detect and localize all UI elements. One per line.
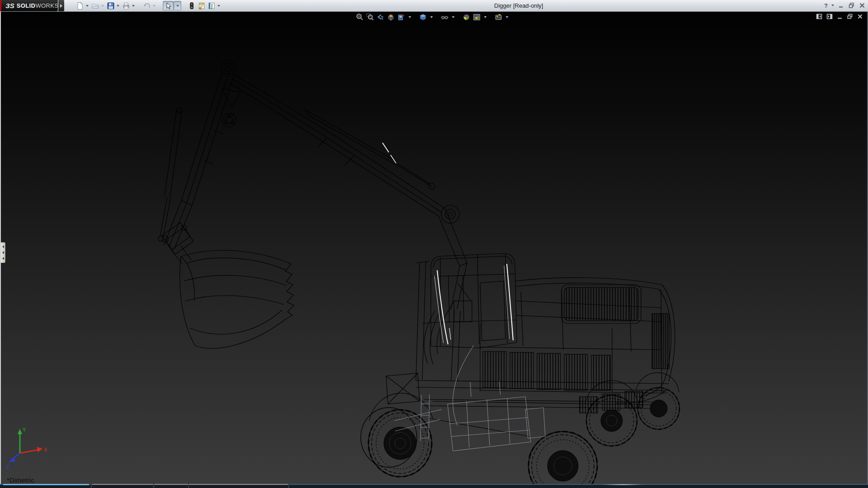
solidworks-logo: ЗS SOLIDWORKS [0, 0, 58, 11]
save-icon [107, 2, 115, 10]
triad-x-label: X [44, 447, 47, 452]
doc-close-button[interactable] [857, 14, 863, 19]
app-close-button[interactable] [859, 2, 866, 9]
open-document-button[interactable] [90, 1, 100, 10]
print-dropdown[interactable] [132, 5, 135, 7]
taskbar-separator [188, 484, 189, 488]
taskbar-separator [153, 484, 154, 488]
print-icon [122, 2, 130, 10]
triad-z-label: Z [6, 464, 9, 469]
previous-view-button[interactable] [376, 13, 385, 22]
file-properties-icon [198, 2, 206, 10]
display-style-icon [419, 13, 427, 21]
view-orientation-dropdown[interactable] [409, 16, 411, 18]
options-dropdown[interactable] [217, 5, 220, 7]
display-style-button[interactable] [419, 13, 428, 22]
standard-toolbar [75, 0, 222, 11]
display-style-dropdown[interactable] [430, 16, 433, 18]
restore-icon [847, 14, 853, 19]
hide-show-items-icon [441, 13, 449, 21]
app-restore-button[interactable] [848, 2, 855, 9]
view-orientation-button[interactable] [397, 13, 406, 22]
options-icon [208, 2, 216, 10]
view-orientation-icon [397, 13, 406, 21]
chevron-left-icon [2, 257, 4, 260]
undo-button[interactable] [142, 1, 152, 10]
apply-scene-icon [473, 13, 481, 21]
view-settings-dropdown[interactable] [506, 16, 509, 18]
print-button[interactable] [121, 1, 131, 10]
brand-text-solid: SOLID [17, 2, 36, 9]
chevron-right-icon [60, 4, 62, 8]
solidworks-app: { "app": { "brand_mark": "ЗS", "brand_bo… [0, 0, 868, 488]
undo-dropdown[interactable] [153, 5, 156, 7]
stoplight-icon [188, 2, 196, 10]
section-view-icon [387, 13, 395, 21]
taskbar-strip[interactable] [0, 484, 868, 488]
close-icon [859, 2, 865, 9]
chevron-left-icon [2, 251, 4, 254]
view-orientation-label: *Dimetric [7, 476, 34, 484]
new-document-icon [76, 2, 84, 10]
brand-text-works: WORKS [35, 2, 58, 9]
help-button[interactable]: ? [824, 2, 828, 9]
open-document-dropdown[interactable] [101, 5, 104, 7]
app-window-controls: ? [824, 1, 866, 10]
close-icon [857, 14, 863, 19]
feature-manager-collapsed-tab[interactable] [1, 242, 5, 263]
new-document-dropdown[interactable] [86, 5, 89, 7]
minimize-icon [838, 2, 844, 9]
graphics-area[interactable]: Y X Z *Dimetric [0, 12, 868, 484]
save-dropdown[interactable] [117, 5, 119, 7]
triad-y-label: Y [23, 427, 26, 432]
taskbar-mid-segment[interactable] [92, 484, 288, 485]
section-view-button[interactable] [387, 13, 396, 22]
chevron-left-icon [2, 245, 4, 248]
zoom-to-area-button[interactable] [366, 13, 375, 22]
options-button[interactable] [207, 1, 217, 10]
select-tool-button[interactable] [163, 1, 174, 10]
collapse-pane-left-button[interactable] [816, 14, 822, 19]
save-button[interactable] [106, 1, 116, 10]
solidworks-logo-mark: ЗS [5, 2, 14, 9]
previous-view-icon [377, 13, 385, 21]
app-minimize-button[interactable] [837, 2, 844, 9]
help-dropdown[interactable] [831, 5, 834, 6]
taskbar-active-segment[interactable] [3, 484, 89, 485]
excavator-wireframe [1, 12, 867, 484]
menu-expand-arrow[interactable] [58, 0, 64, 11]
app-titlebar: ЗS SOLIDWORKS [0, 0, 868, 12]
view-settings-icon [495, 13, 503, 21]
zoom-to-fit-icon [356, 13, 364, 21]
reference-triad: Y X Z [5, 425, 50, 470]
pane-left-icon [816, 14, 822, 19]
window-title: Digger [Read-only] [494, 2, 543, 9]
view-settings-button[interactable] [494, 13, 503, 22]
collapse-pane-right-button[interactable] [826, 14, 833, 19]
apply-scene-button[interactable] [472, 13, 481, 22]
doc-minimize-button[interactable] [837, 14, 843, 19]
document-window-controls [816, 14, 863, 19]
select-cursor-icon [164, 2, 172, 10]
undo-icon [143, 2, 151, 10]
open-document-icon [91, 2, 99, 10]
minimize-icon [837, 14, 843, 19]
restore-icon [848, 2, 855, 9]
edit-appearance-icon [462, 13, 471, 21]
taskbar-separator [91, 484, 92, 488]
headsup-view-toolbar [355, 13, 510, 22]
hide-show-items-dropdown[interactable] [452, 16, 455, 18]
taskbar-separator [288, 484, 289, 488]
taskbar-glow [601, 484, 644, 485]
new-document-button[interactable] [75, 1, 85, 10]
select-tool-dropdown[interactable] [174, 1, 181, 10]
edit-appearance-button[interactable] [462, 13, 471, 22]
apply-scene-dropdown[interactable] [484, 16, 487, 18]
file-properties-button[interactable] [197, 1, 207, 10]
zoom-to-area-icon [366, 13, 374, 21]
doc-restore-button[interactable] [847, 14, 853, 19]
zoom-to-fit-button[interactable] [355, 13, 364, 22]
pane-right-icon [826, 14, 833, 19]
rebuild-button[interactable] [187, 1, 197, 10]
hide-show-items-button[interactable] [440, 13, 449, 22]
